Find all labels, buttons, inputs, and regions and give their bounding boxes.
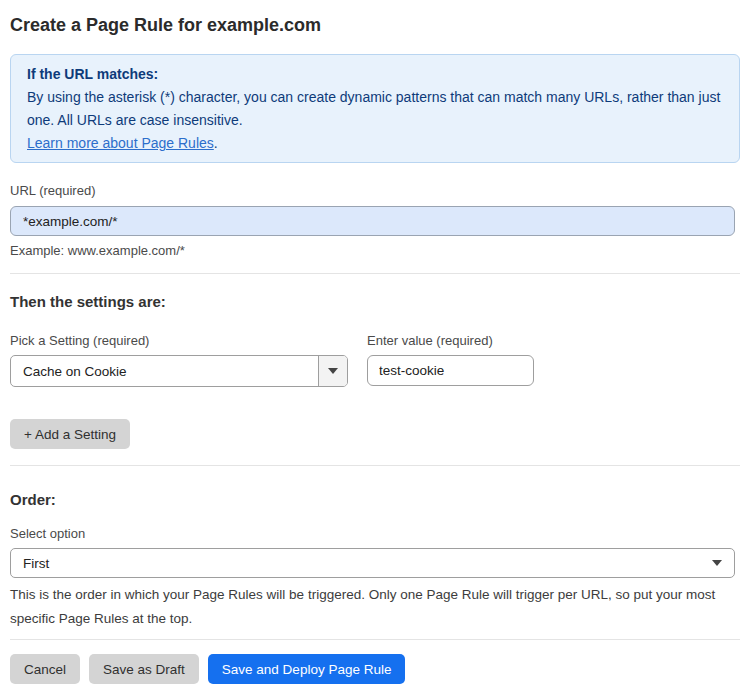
url-example-text: Example: www.example.com/* bbox=[10, 243, 740, 258]
order-select[interactable]: First bbox=[10, 548, 735, 578]
info-box-heading: If the URL matches: bbox=[27, 63, 723, 86]
url-input[interactable] bbox=[10, 206, 735, 236]
setting-select-label: Pick a Setting (required) bbox=[10, 333, 348, 348]
setting-value-input[interactable] bbox=[367, 355, 534, 386]
settings-row: Pick a Setting (required) Cache on Cooki… bbox=[10, 311, 740, 387]
link-suffix: . bbox=[214, 135, 218, 151]
setting-value-column: Enter value (required) bbox=[367, 318, 534, 386]
divider bbox=[10, 639, 740, 640]
page-title: Create a Page Rule for example.com bbox=[10, 12, 740, 38]
order-heading: Order: bbox=[10, 491, 740, 509]
url-label: URL (required) bbox=[10, 183, 740, 198]
save-and-deploy-button[interactable]: Save and Deploy Page Rule bbox=[208, 654, 406, 684]
setting-picker-column: Pick a Setting (required) Cache on Cooki… bbox=[10, 311, 348, 387]
order-select-value: First bbox=[23, 556, 49, 571]
create-page-rule-form: Create a Page Rule for example.com If th… bbox=[0, 0, 750, 693]
setting-select[interactable]: Cache on Cookie bbox=[10, 355, 348, 387]
info-box-body: By using the asterisk (*) character, you… bbox=[27, 86, 723, 132]
info-box-link-line: Learn more about Page Rules. bbox=[27, 132, 723, 155]
save-as-draft-button[interactable]: Save as Draft bbox=[89, 654, 199, 684]
divider bbox=[10, 273, 740, 274]
order-select-label: Select option bbox=[10, 526, 740, 541]
form-actions: Cancel Save as Draft Save and Deploy Pag… bbox=[10, 654, 740, 684]
cancel-button[interactable]: Cancel bbox=[10, 654, 80, 684]
settings-heading: Then the settings are: bbox=[10, 293, 740, 311]
url-match-info-box: If the URL matches: By using the asteris… bbox=[10, 54, 740, 163]
chevron-down-icon bbox=[712, 560, 722, 566]
order-help-text: This is the order in which your Page Rul… bbox=[10, 583, 740, 631]
chevron-down-icon bbox=[328, 368, 338, 374]
setting-select-value: Cache on Cookie bbox=[11, 356, 318, 386]
add-setting-button[interactable]: + Add a Setting bbox=[10, 419, 130, 449]
divider bbox=[10, 465, 740, 466]
setting-select-arrow-button[interactable] bbox=[318, 356, 347, 386]
learn-more-link[interactable]: Learn more about Page Rules bbox=[27, 135, 214, 151]
setting-value-label: Enter value (required) bbox=[367, 333, 534, 348]
